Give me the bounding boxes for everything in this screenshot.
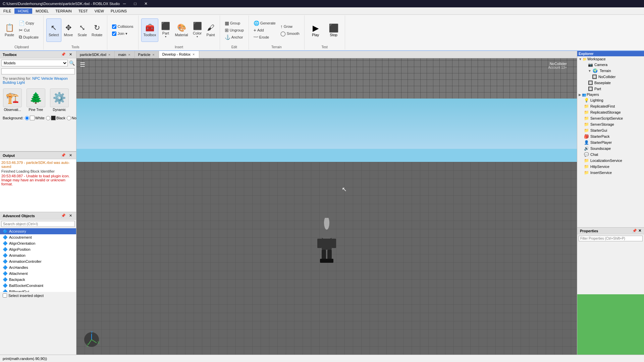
rotate-btn[interactable]: ↻ Rotate <box>90 18 104 42</box>
tab-close-main[interactable]: × <box>127 53 131 57</box>
adv-item-alignorientation[interactable]: 🔷AlignOrientation <box>0 240 76 246</box>
adv-item-accoutrement[interactable]: 🔷Accoutrement <box>0 234 76 240</box>
adv-item-attachment[interactable]: 🔷Attachment <box>0 270 76 277</box>
maximize-btn[interactable]: □ <box>130 0 140 7</box>
adv-item-ballsocketconstraint[interactable]: 🔷BallSocketConstraint <box>0 283 76 289</box>
bg-white-radio[interactable] <box>25 116 29 120</box>
join-dropdown-icon[interactable]: ▾ <box>125 32 127 36</box>
suggest-weapon[interactable]: Weapon <box>54 76 68 80</box>
tree-lighting[interactable]: 💡 Lighting <box>577 97 644 103</box>
tree-players[interactable]: ▶ 👥 Players <box>577 92 644 97</box>
tree-serverstorage[interactable]: 📁 ServerStorage <box>577 121 644 127</box>
select-btn[interactable]: ↖ Select <box>46 18 61 42</box>
menu-plugins[interactable]: PLUGINS <box>107 8 130 14</box>
tree-insertservice[interactable]: 📁 InsertService <box>577 170 644 176</box>
add-terrain-btn[interactable]: + Add <box>252 27 278 34</box>
move-btn[interactable]: ✥ Move <box>62 18 75 42</box>
properties-close-btn[interactable]: ✕ <box>638 229 641 233</box>
menu-home[interactable]: HOME <box>14 8 32 14</box>
tree-camera[interactable]: 📷 Camera <box>577 62 644 68</box>
menu-view[interactable]: VIEW <box>91 8 107 14</box>
toolbox-item-1[interactable]: 🌲 Pine Tree <box>25 87 47 113</box>
hamburger-btn[interactable]: ☰ <box>80 61 85 68</box>
tree-starterpack[interactable]: 🎒 StarterPack <box>577 133 644 139</box>
tab-close-develop[interactable]: × <box>192 52 195 56</box>
tree-chat[interactable]: 💬 Chat <box>577 152 644 158</box>
close-btn[interactable]: ✕ <box>141 0 151 7</box>
tab-particle[interactable]: Particle × <box>135 51 159 58</box>
collisions-btn[interactable]: Collisions <box>110 23 135 30</box>
suggest-building[interactable]: Building <box>3 80 16 84</box>
canvas-3d[interactable]: ↖ NoCollider Account 13+ ☰ X <box>76 58 577 355</box>
collisions-checkbox[interactable] <box>112 24 116 29</box>
adv-item-archandles[interactable]: 🔷ArcHandles <box>0 264 76 270</box>
suggest-light[interactable]: Light <box>17 80 25 84</box>
tree-startergui[interactable]: 📁 StarterGui <box>577 127 644 133</box>
grow-btn[interactable]: ↑ Grow <box>278 23 302 30</box>
bg-black-option[interactable]: Black <box>46 116 65 120</box>
adv-close-btn[interactable]: ✕ <box>68 213 73 218</box>
select-inserted-checkbox[interactable] <box>3 293 7 298</box>
tree-localizationservice[interactable]: 📁 LocalizationService <box>577 158 644 164</box>
tree-replicatedstorage[interactable]: 📁 ReplicatedStorage <box>577 109 644 115</box>
adv-item-backpack[interactable]: 🔷Backpack <box>0 277 76 283</box>
output-pin-btn[interactable]: 📌 <box>60 153 67 158</box>
suggest-npc[interactable]: NPC <box>32 76 40 80</box>
group-btn[interactable]: ▦ Group <box>223 20 246 26</box>
toolbox-search-input[interactable] <box>1 68 75 74</box>
join-checkbox[interactable] <box>112 32 116 36</box>
toolbox-item-0[interactable]: 🏗️ Observati... <box>1 87 23 113</box>
generate-btn[interactable]: 🌐 Generate <box>252 20 278 26</box>
properties-pin-btn[interactable]: 📌 <box>632 229 637 233</box>
duplicate-btn[interactable]: ⧉ Duplicate <box>17 34 41 41</box>
menu-terrain[interactable]: TERRAIN <box>52 8 75 14</box>
adv-search-input[interactable] <box>1 221 75 227</box>
menu-test[interactable]: TEST <box>75 8 91 14</box>
scale-btn[interactable]: ⤡ Scale <box>75 18 89 42</box>
toolbox-pin-btn[interactable]: 📌 <box>60 52 67 57</box>
tab-main[interactable]: main × <box>115 51 135 58</box>
bg-white-option[interactable]: White <box>25 116 45 120</box>
output-close-btn[interactable]: ✕ <box>68 153 73 158</box>
tree-starterplayer[interactable]: 👤 StarterPlayer <box>577 139 644 145</box>
adv-pin-btn[interactable]: 📌 <box>60 213 67 218</box>
adv-item-animation[interactable]: 🔷Animation <box>0 252 76 258</box>
erode-btn[interactable]: 〰 Erode <box>252 34 278 41</box>
anchor-btn[interactable]: ⚓ Anchor <box>223 34 246 41</box>
tree-nocollider[interactable]: 🔲 NoCollider <box>577 74 644 80</box>
cut-btn[interactable]: ✂ Cut <box>17 27 41 34</box>
paint-btn[interactable]: 🖌 Paint <box>205 18 217 42</box>
menu-model[interactable]: MODEL <box>32 8 52 14</box>
toolbox-type-select[interactable]: Models Decals Audio Meshes Plugins <box>1 60 68 66</box>
color-btn[interactable]: ⬛ Color ▾ <box>191 18 204 42</box>
adv-item-billboardgui[interactable]: 🔷BillboardGui <box>0 289 76 292</box>
adv-item-animationcontroller[interactable]: 🔷AnimationController <box>0 258 76 264</box>
tree-terrain[interactable]: ▼ 🌍 Terrain <box>577 68 644 74</box>
join-btn[interactable]: Join ▾ <box>110 30 135 37</box>
toolbox-btn[interactable]: 🧰 Toolbox <box>141 18 159 42</box>
tree-workspace[interactable]: ▼ 📁 Workspace <box>577 56 644 62</box>
tree-baseplate[interactable]: 🔲 Baseplate <box>577 80 644 86</box>
properties-filter-input[interactable] <box>579 236 643 241</box>
minimize-btn[interactable]: ─ <box>120 0 129 7</box>
part-dropdown-icon[interactable]: ▾ <box>165 35 166 38</box>
tab-close-particlesdk[interactable]: × <box>108 53 111 57</box>
tree-serverscriptservice[interactable]: 📁 ServerScriptService <box>577 115 644 121</box>
menu-file[interactable]: FILE <box>0 8 14 14</box>
tree-httpservice[interactable]: 📁 HttpService <box>577 164 644 170</box>
color-dropdown-icon[interactable]: ▾ <box>197 35 198 38</box>
bg-none-radio[interactable] <box>67 116 71 120</box>
tab-close-particle[interactable]: × <box>152 53 155 57</box>
play-btn[interactable]: ▶ Play <box>307 18 324 42</box>
adv-item-alignposition[interactable]: 🔷AlignPosition <box>0 246 76 252</box>
smooth-btn[interactable]: ◯ Smooth <box>278 30 302 37</box>
copy-btn[interactable]: 📄 Copy <box>17 20 41 26</box>
stop-btn[interactable]: ⬛ Stop <box>325 18 342 42</box>
tree-soundscape[interactable]: 🔊 Soundscape <box>577 145 644 152</box>
toolbox-item-2[interactable]: ⚙️ Dynamic <box>48 87 70 113</box>
bg-black-radio[interactable] <box>46 116 50 120</box>
suggest-vehicle[interactable]: Vehicle <box>41 76 53 80</box>
tab-develop[interactable]: Develop - Roblox × <box>159 51 199 58</box>
material-btn[interactable]: 🎨 Material <box>173 18 190 42</box>
adv-item-accessory[interactable]: 🔷Accessory <box>0 228 76 234</box>
